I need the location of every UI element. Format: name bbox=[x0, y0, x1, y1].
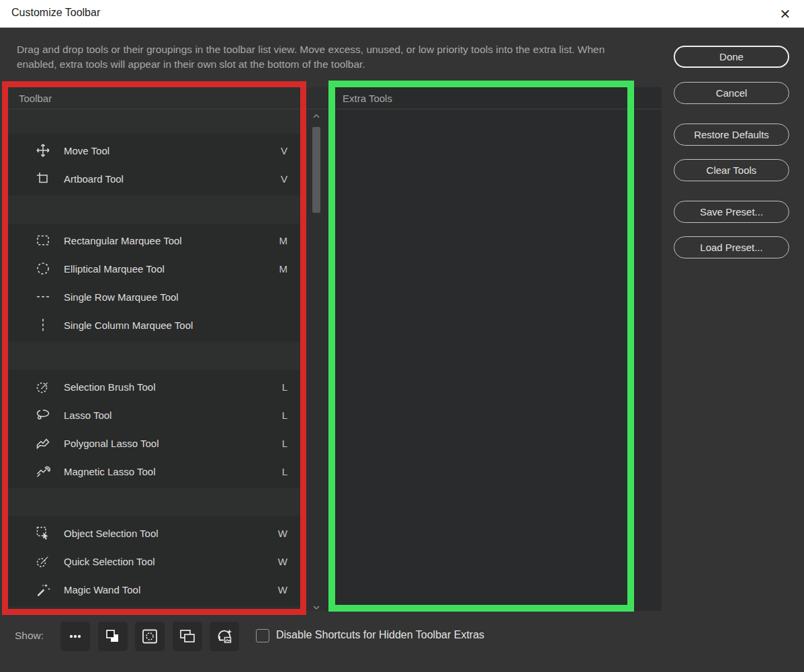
tool-row-elliptical-marquee-tool[interactable]: Elliptical Marquee ToolM bbox=[7, 254, 301, 283]
tool-shortcut: L bbox=[282, 466, 287, 477]
elliptical-marquee-icon bbox=[35, 260, 51, 277]
tool-label: Selection Brush Tool bbox=[64, 381, 155, 393]
tool-row-quick-selection-tool[interactable]: Quick Selection ToolW bbox=[7, 547, 301, 575]
tool-row-move-tool[interactable]: Move ToolV bbox=[7, 136, 301, 164]
instructions-text: Drag and drop tools or their groupings i… bbox=[17, 42, 638, 72]
toolbar-panel-title: Toolbar bbox=[19, 93, 52, 104]
screen-mode-icon[interactable] bbox=[173, 622, 202, 651]
tool-label: Artboard Tool bbox=[64, 173, 124, 185]
tool-label: Quick Selection Tool bbox=[64, 556, 155, 567]
tool-shortcut: L bbox=[282, 381, 287, 393]
tool-label: Object Selection Tool bbox=[64, 528, 159, 539]
disable-shortcuts-checkbox[interactable] bbox=[256, 629, 269, 642]
tool-shortcut: L bbox=[282, 438, 287, 449]
tool-group: Selection Brush ToolLLasso ToolLPolygona… bbox=[7, 370, 301, 488]
tool-shortcut: V bbox=[281, 173, 287, 185]
tool-row-single-row-marquee-tool[interactable]: Single Row Marquee Tool bbox=[7, 283, 301, 311]
object-selection-icon bbox=[35, 525, 51, 541]
done-button[interactable]: Done bbox=[674, 46, 789, 68]
tool-label: Magic Wand Tool bbox=[64, 584, 140, 595]
dialog-title: Customize Toolbar bbox=[11, 7, 100, 19]
tool-row-object-selection-tool[interactable]: Object Selection ToolW bbox=[7, 519, 301, 547]
quick-selection-icon bbox=[35, 553, 51, 569]
polygonal-lasso-icon bbox=[35, 435, 51, 451]
magic-wand-icon bbox=[35, 581, 51, 597]
generative-icon[interactable] bbox=[210, 622, 239, 651]
lasso-icon bbox=[35, 407, 51, 423]
tool-label: Single Column Marquee Tool bbox=[64, 320, 193, 331]
single-column-marquee-icon bbox=[35, 317, 51, 333]
show-label: Show: bbox=[15, 630, 44, 642]
extra-tools-panel-divider bbox=[330, 109, 662, 109]
close-icon[interactable]: ✕ bbox=[775, 4, 795, 24]
dialog-titlebar: Customize Toolbar ✕ bbox=[0, 0, 804, 28]
tool-row-polygonal-lasso-tool[interactable]: Polygonal Lasso ToolL bbox=[7, 429, 301, 457]
tool-label: Polygonal Lasso Tool bbox=[64, 438, 159, 449]
tool-shortcut: L bbox=[282, 410, 287, 421]
move-icon bbox=[35, 142, 51, 158]
tool-row-lasso-tool[interactable]: Lasso ToolL bbox=[7, 401, 301, 429]
tool-shortcut: M bbox=[279, 235, 288, 246]
tool-row-single-column-marquee-tool[interactable]: Single Column Marquee Tool bbox=[7, 311, 301, 339]
magnetic-lasso-icon bbox=[35, 463, 51, 479]
tool-shortcut: W bbox=[278, 556, 287, 567]
tool-label: Rectangular Marquee Tool bbox=[64, 235, 182, 246]
ellipsis-icon[interactable] bbox=[60, 622, 90, 651]
bottom-bar: Show: Disable Shortcuts for Hidden Toolb… bbox=[0, 611, 804, 672]
cancel-button[interactable]: Cancel bbox=[674, 82, 789, 104]
save-preset-button[interactable]: Save Preset... bbox=[674, 201, 789, 223]
extra-tools-panel-title: Extra Tools bbox=[343, 93, 392, 104]
toolbar-tool-list: Move ToolVArtboard ToolVRectangular Marq… bbox=[7, 109, 301, 611]
tool-group: Move ToolVArtboard ToolV bbox=[7, 134, 301, 195]
disable-shortcuts-label: Disable Shortcuts for Hidden Toolbar Ext… bbox=[276, 629, 484, 641]
selection-brush-icon bbox=[35, 379, 51, 395]
action-buttons: Done Cancel Restore Defaults Clear Tools… bbox=[674, 29, 789, 311]
toolbar-scrollbar[interactable] bbox=[310, 112, 322, 612]
tool-shortcut: M bbox=[279, 263, 288, 275]
tool-label: Move Tool bbox=[64, 145, 109, 156]
tool-label: Magnetic Lasso Tool bbox=[64, 466, 155, 477]
dialog-body: Drag and drop tools or their groupings i… bbox=[0, 29, 804, 672]
tool-row-magnetic-lasso-tool[interactable]: Magnetic Lasso ToolL bbox=[7, 457, 301, 485]
tool-label: Elliptical Marquee Tool bbox=[64, 263, 165, 275]
tool-label: Single Row Marquee Tool bbox=[64, 291, 179, 303]
restore-defaults-button[interactable]: Restore Defaults bbox=[674, 124, 789, 146]
tool-shortcut: W bbox=[278, 528, 287, 539]
tool-group: Object Selection ToolWQuick Selection To… bbox=[7, 516, 301, 606]
tool-shortcut: V bbox=[281, 145, 287, 156]
single-row-marquee-icon bbox=[35, 289, 51, 305]
color-swatches-icon[interactable] bbox=[98, 622, 128, 651]
scroll-up-icon[interactable] bbox=[312, 112, 321, 120]
artboard-icon bbox=[35, 171, 51, 187]
load-preset-button[interactable]: Load Preset... bbox=[674, 236, 789, 258]
tool-row-magic-wand-tool[interactable]: Magic Wand ToolW bbox=[7, 575, 301, 604]
toolbar-panel: Toolbar Move ToolVArtboard ToolVRectangu… bbox=[7, 87, 330, 611]
clear-tools-button[interactable]: Clear Tools bbox=[674, 159, 789, 181]
tool-row-rectangular-marquee-tool[interactable]: Rectangular Marquee ToolM bbox=[7, 226, 301, 254]
tool-row-selection-brush-tool[interactable]: Selection Brush ToolL bbox=[7, 373, 301, 401]
tool-row-artboard-tool[interactable]: Artboard ToolV bbox=[7, 164, 301, 193]
tool-shortcut: W bbox=[278, 584, 287, 595]
tool-group: Rectangular Marquee ToolMElliptical Marq… bbox=[7, 224, 301, 342]
tool-label: Lasso Tool bbox=[64, 410, 111, 421]
quick-mask-icon[interactable] bbox=[135, 622, 165, 651]
scroll-down-icon[interactable] bbox=[312, 604, 321, 612]
extra-tools-panel[interactable]: Extra Tools bbox=[330, 87, 662, 611]
rectangular-marquee-icon bbox=[35, 232, 51, 248]
scrollbar-thumb[interactable] bbox=[312, 127, 320, 213]
